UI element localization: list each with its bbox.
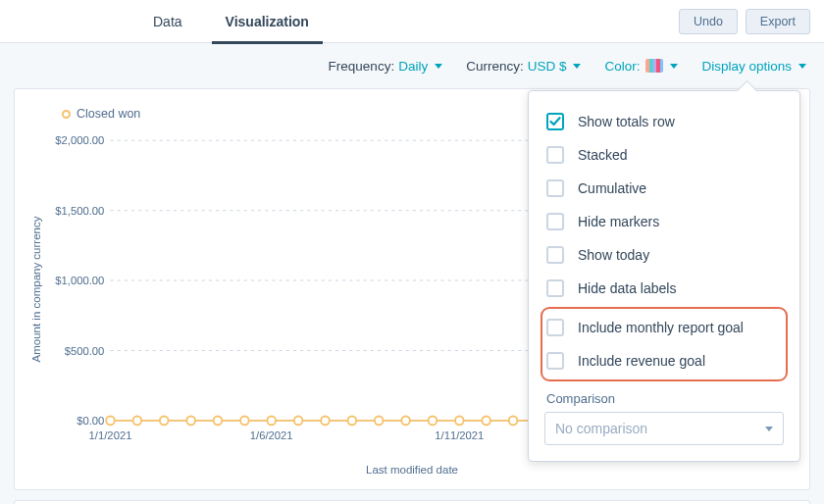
frequency-label: Frequency: xyxy=(329,59,395,74)
comparison-value: No comparison xyxy=(555,421,647,436)
chevron-down-icon xyxy=(765,427,773,431)
display-option-5[interactable]: Hide data labels xyxy=(544,272,784,305)
display-option-label: Hide data labels xyxy=(578,280,676,296)
display-option-3[interactable]: Hide markers xyxy=(544,205,784,238)
export-button[interactable]: Export xyxy=(746,9,810,34)
currency-control[interactable]: Currency: USD $ xyxy=(466,59,581,74)
display-option-label: Stacked xyxy=(578,147,628,163)
svg-point-28 xyxy=(455,417,464,426)
svg-point-19 xyxy=(214,417,223,426)
display-option-label: Cumulative xyxy=(578,180,646,196)
checkbox-icon xyxy=(546,319,564,336)
svg-point-16 xyxy=(133,417,142,426)
checkbox-icon xyxy=(546,279,564,297)
display-option-label: Include revenue goal xyxy=(578,353,705,369)
display-option-7[interactable]: Include revenue goal xyxy=(544,344,784,378)
display-options-control[interactable]: Display options xyxy=(701,59,806,74)
chevron-down-icon xyxy=(435,64,442,69)
color-label: Color: xyxy=(604,59,640,74)
color-control[interactable]: Color: xyxy=(604,59,678,74)
display-option-label: Include monthly report goal xyxy=(578,320,744,335)
currency-value: USD $ xyxy=(528,59,567,74)
svg-text:$1,500.00: $1,500.00 xyxy=(55,205,104,217)
chevron-down-icon xyxy=(798,64,806,69)
svg-point-26 xyxy=(401,417,410,426)
svg-point-27 xyxy=(429,417,438,426)
legend-marker-icon xyxy=(62,110,71,119)
svg-point-21 xyxy=(267,417,276,426)
svg-point-22 xyxy=(294,417,303,426)
undo-button[interactable]: Undo xyxy=(679,9,738,34)
checkbox-icon xyxy=(546,246,564,264)
svg-text:1/11/2021: 1/11/2021 xyxy=(435,429,484,441)
svg-text:1/6/2021: 1/6/2021 xyxy=(250,429,293,441)
display-option-label: Show today xyxy=(578,247,649,263)
display-option-0[interactable]: Show totals row xyxy=(544,105,784,138)
svg-point-18 xyxy=(186,417,195,426)
checkbox-icon xyxy=(546,146,564,164)
svg-point-29 xyxy=(482,417,490,426)
display-option-1[interactable]: Stacked xyxy=(544,138,784,172)
display-option-6[interactable]: Include monthly report goal xyxy=(544,311,784,344)
display-options-popover: Show totals rowStackedCumulativeHide mar… xyxy=(528,90,800,462)
svg-text:1/1/2021: 1/1/2021 xyxy=(89,429,132,441)
svg-point-24 xyxy=(348,417,357,426)
checkbox-icon xyxy=(546,213,564,230)
display-option-label: Hide markers xyxy=(578,214,659,229)
comparison-select[interactable]: No comparison xyxy=(544,412,784,445)
chevron-down-icon xyxy=(573,64,581,69)
svg-point-17 xyxy=(160,417,169,426)
display-option-label: Show totals row xyxy=(578,114,675,129)
currency-label: Currency: xyxy=(466,59,524,74)
checkbox-icon xyxy=(546,179,564,197)
svg-point-20 xyxy=(240,417,249,426)
tab-visualization[interactable]: Visualization xyxy=(204,0,331,43)
checkbox-icon xyxy=(546,352,564,370)
display-options-label: Display options xyxy=(701,59,792,74)
svg-text:$2,000.00: $2,000.00 xyxy=(55,134,104,146)
display-option-4[interactable]: Show today xyxy=(544,238,784,272)
y-axis-title: Amount in company currency xyxy=(30,217,42,363)
legend-series-label: Closed won xyxy=(77,107,140,121)
palette-swatch-icon xyxy=(645,59,663,73)
svg-text:$500.00: $500.00 xyxy=(65,345,105,357)
top-bar: Data Visualization Undo Export xyxy=(0,0,824,43)
tabs: Data Visualization xyxy=(131,0,331,43)
svg-text:$1,000.00: $1,000.00 xyxy=(55,275,104,286)
tab-data[interactable]: Data xyxy=(131,0,204,43)
highlight-callout: Include monthly report goalInclude reven… xyxy=(541,307,788,381)
svg-point-30 xyxy=(509,417,518,426)
chart-toolbar: Frequency: Daily Currency: USD $ Color: … xyxy=(0,43,824,88)
next-card-peek xyxy=(14,500,810,504)
comparison-section-label: Comparison xyxy=(546,391,784,406)
frequency-value: Daily xyxy=(398,59,428,74)
svg-text:$0.00: $0.00 xyxy=(77,415,104,427)
svg-point-25 xyxy=(375,417,384,426)
chevron-down-icon xyxy=(670,64,678,69)
svg-point-23 xyxy=(321,417,330,426)
display-option-2[interactable]: Cumulative xyxy=(544,172,784,205)
svg-point-15 xyxy=(106,417,115,426)
x-axis-title: Last modified date xyxy=(366,464,458,476)
frequency-control[interactable]: Frequency: Daily xyxy=(329,59,443,74)
checkbox-icon xyxy=(546,113,564,130)
